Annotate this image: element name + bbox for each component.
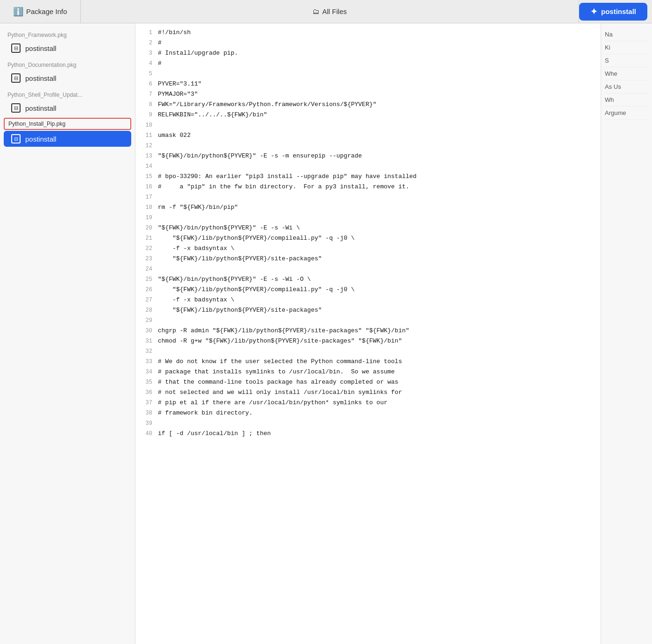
tab-all-files[interactable]: 🗂 All Files bbox=[81, 0, 579, 23]
code-line: 32 bbox=[135, 347, 601, 357]
sidebar-item-shell-postinstall[interactable]: ⊟ postinstall bbox=[4, 100, 131, 116]
code-line: 2# bbox=[135, 38, 601, 49]
line-number: 10 bbox=[135, 121, 158, 131]
line-content: -f -x badsyntax \ bbox=[158, 295, 601, 306]
right-panel-row: Argume bbox=[605, 107, 648, 120]
line-number: 18 bbox=[135, 203, 158, 213]
code-line: 7PYMAJOR="3" bbox=[135, 90, 601, 100]
line-number: 28 bbox=[135, 306, 158, 316]
line-content: PYVER="3.11" bbox=[158, 79, 601, 90]
code-line: 38# framework bin directory. bbox=[135, 408, 601, 419]
line-number: 15 bbox=[135, 172, 158, 182]
line-number: 30 bbox=[135, 326, 158, 336]
line-number: 14 bbox=[135, 162, 158, 172]
code-line: 8FWK="/Library/Frameworks/Python.framewo… bbox=[135, 100, 601, 110]
line-number: 32 bbox=[135, 347, 158, 357]
line-content: umask 022 bbox=[158, 131, 601, 141]
line-number: 4 bbox=[135, 59, 158, 69]
line-content: "${FWK}/lib/python${PYVER}/site-packages… bbox=[158, 254, 601, 265]
code-line: 21 "${FWK}/lib/python${PYVER}/compileall… bbox=[135, 234, 601, 244]
line-content bbox=[158, 69, 601, 79]
code-line: 30chgrp -R admin "${FWK}/lib/python${PYV… bbox=[135, 326, 601, 336]
code-line: 35# that the command-line tools package … bbox=[135, 378, 601, 388]
pkg-group-framework: Python_Framework.pkg ⊟ postinstall bbox=[0, 28, 135, 56]
line-number: 3 bbox=[135, 49, 158, 59]
line-number: 5 bbox=[135, 69, 158, 79]
tab-postinstall-label: postinstall bbox=[601, 7, 636, 15]
sidebar-item-pip-postinstall[interactable]: ⊟ postinstall bbox=[4, 131, 131, 147]
code-line: 29 bbox=[135, 316, 601, 326]
line-content: "${FWK}/lib/python${PYVER}/compileall.py… bbox=[158, 285, 601, 295]
code-line: 17 bbox=[135, 193, 601, 203]
line-number: 2 bbox=[135, 38, 158, 49]
code-line: 6PYVER="3.11" bbox=[135, 79, 601, 90]
info-icon: ℹ️ bbox=[13, 7, 23, 17]
line-content: "${FWK}/lib/python${PYVER}/compileall.py… bbox=[158, 234, 601, 244]
line-content: # bbox=[158, 59, 601, 69]
sidebar-item-documentation-postinstall[interactable]: ⊟ postinstall bbox=[4, 70, 131, 86]
line-content bbox=[158, 265, 601, 275]
script-icon-2: ⊟ bbox=[11, 73, 21, 83]
line-content: # a "pip" in the fw bin directory. For a… bbox=[158, 182, 601, 193]
line-content: # that the command-line tools package ha… bbox=[158, 378, 601, 388]
code-line: 11umask 022 bbox=[135, 131, 601, 141]
line-content bbox=[158, 193, 601, 203]
pkg-name-install-pip: Python_Install_Pip.pkg bbox=[4, 118, 131, 130]
pkg-group-shell-profile: Python_Shell_Profile_Updat... ⊟ postinst… bbox=[0, 88, 135, 116]
line-content: FWK="/Library/Frameworks/Python.framewor… bbox=[158, 100, 601, 110]
code-line: 25"${FWK}/bin/python${PYVER}" -E -s -Wi … bbox=[135, 275, 601, 285]
line-number: 34 bbox=[135, 367, 158, 378]
sidebar-item-shell-postinstall-label: postinstall bbox=[25, 104, 57, 112]
code-line: 1#!/bin/sh bbox=[135, 28, 601, 38]
line-content bbox=[158, 316, 601, 326]
line-content: -f -x badsyntax \ bbox=[158, 244, 601, 254]
line-content: # Install/upgrade pip. bbox=[158, 49, 601, 59]
line-content bbox=[158, 347, 601, 357]
sidebar-item-framework-postinstall[interactable]: ⊟ postinstall bbox=[4, 40, 131, 56]
code-line: 4# bbox=[135, 59, 601, 69]
right-panel-row: Whe bbox=[605, 67, 648, 80]
line-number: 8 bbox=[135, 100, 158, 110]
right-panel-row: Ki bbox=[605, 41, 648, 54]
line-content: chgrp -R admin "${FWK}/lib/python${PYVER… bbox=[158, 326, 601, 336]
code-line: 18rm -f "${FWK}/bin/pip" bbox=[135, 203, 601, 213]
line-number: 17 bbox=[135, 193, 158, 203]
line-number: 21 bbox=[135, 234, 158, 244]
line-number: 38 bbox=[135, 408, 158, 419]
line-content: PYMAJOR="3" bbox=[158, 90, 601, 100]
line-content: #!/bin/sh bbox=[158, 28, 601, 38]
code-line: 5 bbox=[135, 69, 601, 79]
line-content: if [ -d /usr/local/bin ] ; then bbox=[158, 429, 601, 439]
line-number: 19 bbox=[135, 213, 158, 223]
line-number: 39 bbox=[135, 419, 158, 429]
code-line: 36# not selected and we will only instal… bbox=[135, 388, 601, 398]
script-icon: ⊟ bbox=[11, 43, 21, 53]
line-content: "${FWK}/bin/python${PYVER}" -E -s -m ens… bbox=[158, 151, 601, 162]
line-number: 16 bbox=[135, 182, 158, 193]
code-line: 14 bbox=[135, 162, 601, 172]
line-number: 11 bbox=[135, 131, 158, 141]
toolbar: ℹ️ Package Info 🗂 All Files ✦ postinstal… bbox=[0, 0, 652, 23]
line-number: 24 bbox=[135, 265, 158, 275]
code-line: 33# We do not know if the user selected … bbox=[135, 357, 601, 367]
code-editor[interactable]: 1#!/bin/sh2#3# Install/upgrade pip.4#56P… bbox=[135, 23, 601, 644]
code-line: 12 bbox=[135, 141, 601, 151]
code-line: 23 "${FWK}/lib/python${PYVER}/site-packa… bbox=[135, 254, 601, 265]
pkg-name-shell-profile: Python_Shell_Profile_Updat... bbox=[0, 88, 135, 99]
line-number: 12 bbox=[135, 141, 158, 151]
line-content: # bpo-33290: An earlier "pip3 install --… bbox=[158, 172, 601, 182]
line-number: 33 bbox=[135, 357, 158, 367]
code-line: 39 bbox=[135, 419, 601, 429]
line-number: 29 bbox=[135, 316, 158, 326]
line-content bbox=[158, 213, 601, 223]
main-area: Python_Framework.pkg ⊟ postinstall Pytho… bbox=[0, 23, 652, 644]
allfiles-icon: 🗂 bbox=[312, 7, 319, 15]
line-content: "${FWK}/lib/python${PYVER}/site-packages… bbox=[158, 306, 601, 316]
line-content: # We do not know if the user selected th… bbox=[158, 357, 601, 367]
tab-postinstall[interactable]: ✦ postinstall bbox=[579, 3, 647, 21]
line-number: 37 bbox=[135, 398, 158, 408]
line-number: 1 bbox=[135, 28, 158, 38]
code-line: 15# bpo-33290: An earlier "pip3 install … bbox=[135, 172, 601, 182]
line-number: 6 bbox=[135, 79, 158, 90]
tab-package-info[interactable]: ℹ️ Package Info bbox=[0, 0, 81, 23]
